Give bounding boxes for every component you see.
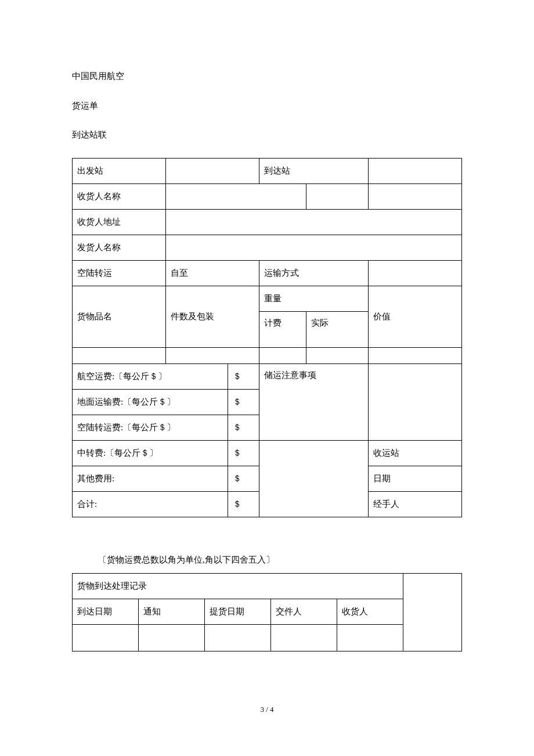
depart-station-value bbox=[166, 158, 259, 183]
transport-mode-value bbox=[368, 260, 461, 286]
pieces-pack-value bbox=[166, 347, 259, 363]
storage-notice-value bbox=[368, 363, 461, 440]
doc-title: 货运单 bbox=[72, 99, 462, 113]
cell-deliverer bbox=[271, 625, 337, 651]
cell-consignee bbox=[337, 625, 403, 651]
consignee-extra-2 bbox=[368, 183, 461, 209]
fee-label-4: 其他费用: bbox=[73, 466, 228, 491]
right-blank bbox=[259, 440, 369, 517]
arrive-station-value bbox=[368, 158, 461, 183]
handler-label: 经手人 bbox=[368, 491, 461, 517]
col-arrive-date: 到达日期 bbox=[73, 599, 139, 625]
from-to: 自至 bbox=[166, 260, 259, 286]
fee-val-0: ＄ bbox=[228, 363, 259, 389]
shipper-name-value bbox=[166, 235, 462, 260]
weight-charge-value bbox=[259, 347, 306, 363]
consignee-name-value bbox=[166, 183, 306, 209]
pieces-pack-label: 件数及包装 bbox=[166, 286, 259, 347]
goods-name-label: 货物品名 bbox=[73, 286, 166, 347]
col-deliverer: 交件人 bbox=[271, 599, 337, 625]
fee-val-3: ＄ bbox=[228, 440, 259, 466]
rounding-note: 〔货物运费总数以角为单位,角以下四舍五入〕 bbox=[72, 553, 462, 567]
fee-val-5: ＄ bbox=[228, 491, 259, 517]
storage-notice-label: 储运注意事项 bbox=[259, 363, 369, 440]
consignee-extra-1 bbox=[306, 183, 368, 209]
cell-notify bbox=[139, 625, 205, 651]
org-name: 中国民用航空 bbox=[72, 70, 462, 83]
copy-name: 到达站联 bbox=[72, 128, 462, 142]
weight-label: 重量 bbox=[259, 286, 369, 311]
consignee-addr-label: 收货人地址 bbox=[73, 209, 166, 235]
air-land-transfer-label: 空陆转运 bbox=[73, 260, 166, 286]
fee-label-2: 空陆转运费:〔每公斤＄〕 bbox=[73, 415, 228, 440]
arrival-title: 货物到达处理记录 bbox=[73, 574, 403, 599]
consignee-name-label: 收货人名称 bbox=[73, 183, 166, 209]
cell-arrive-date bbox=[73, 625, 139, 651]
arrive-station-label: 到达站 bbox=[259, 158, 369, 183]
fee-label-1: 地面运输费:〔每公斤＄〕 bbox=[73, 389, 228, 415]
value-label: 价值 bbox=[368, 286, 461, 347]
fee-val-2: ＄ bbox=[228, 415, 259, 440]
col-pickup-date: 提货日期 bbox=[205, 599, 271, 625]
value-value bbox=[368, 347, 461, 363]
weight-charge-label: 计费 bbox=[259, 311, 306, 347]
arrival-table: 货物到达处理记录 到达日期 通知 提货日期 交件人 收货人 bbox=[72, 573, 462, 651]
shipper-name-label: 发货人名称 bbox=[73, 235, 166, 260]
fee-label-0: 航空运费:〔每公斤＄〕 bbox=[73, 363, 228, 389]
date-label: 日期 bbox=[368, 466, 461, 491]
cell-pickup-date bbox=[205, 625, 271, 651]
consignee-addr-value bbox=[166, 209, 462, 235]
weight-actual-value bbox=[306, 347, 368, 363]
fee-label-5: 合计: bbox=[73, 491, 228, 517]
fee-val-1: ＄ bbox=[228, 389, 259, 415]
page-number: 3 / 4 bbox=[72, 704, 462, 715]
weight-actual-label: 实际 bbox=[306, 311, 368, 347]
fee-val-4: ＄ bbox=[228, 466, 259, 491]
goods-name-value bbox=[73, 347, 166, 363]
waybill-table: 出发站 到达站 收货人名称 收货人地址 发货人名称 空陆转运 自至 运输方式 货… bbox=[72, 158, 462, 517]
receive-station-label: 收运站 bbox=[368, 440, 461, 466]
depart-station-label: 出发站 bbox=[73, 158, 166, 183]
transport-mode-label: 运输方式 bbox=[259, 260, 369, 286]
arrival-side bbox=[403, 574, 462, 651]
col-consignee: 收货人 bbox=[337, 599, 403, 625]
fee-label-3: 中转费:〔每公斤＄〕 bbox=[73, 440, 228, 466]
col-notify: 通知 bbox=[139, 599, 205, 625]
